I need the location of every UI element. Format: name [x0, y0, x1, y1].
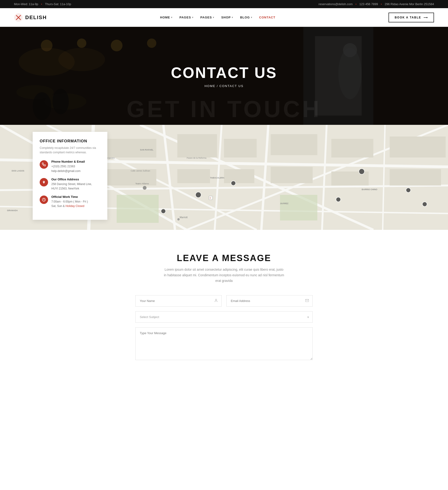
address-info-item: Our Office Address 258 Dancing Street, M… — [40, 178, 100, 191]
message-title: LEAVE A MESSAGE — [14, 253, 434, 263]
email-field-wrapper — [226, 295, 313, 306]
svg-rect-40 — [224, 169, 254, 183]
top-bar-contact: reservations@delish.com ● 123 456 7899 ●… — [318, 2, 434, 6]
svg-rect-48 — [280, 195, 317, 220]
contact-form: Select Subject General Inquiry Reservati… — [135, 295, 313, 361]
schedule-1: Mon-Wed: 11a-9p — [14, 2, 38, 6]
top-bar: Mon-Wed: 11a-9p ● Thurs-Sat: 11a-10p res… — [0, 0, 448, 8]
person-icon — [214, 299, 218, 303]
nav-pages-2[interactable]: PAGES ▾ — [201, 16, 214, 19]
svg-rect-46 — [390, 169, 441, 185]
phone-email: help-delish@gmail.com — [51, 169, 80, 173]
phone-content: Phone Number & Email +(310) 2591 21563 h… — [51, 160, 85, 173]
svg-rect-42 — [271, 167, 313, 183]
clock-icon — [40, 195, 48, 204]
svg-text:DOS LAGOS: DOS LAGOS — [12, 170, 24, 172]
top-bar-schedule: Mon-Wed: 11a-9p ● Thurs-Sat: 11a-10p — [14, 2, 71, 6]
nav-home[interactable]: HOME ▾ — [160, 16, 172, 19]
hero-title: CONTACT US — [171, 64, 277, 81]
svg-point-66 — [143, 186, 147, 190]
svg-rect-37 — [177, 134, 217, 158]
subject-field-wrapper: Select Subject General Inquiry Reservati… — [135, 311, 313, 323]
svg-text:Marriott: Marriott — [180, 216, 188, 219]
breadcrumb-home: HOME — [204, 84, 215, 88]
svg-text:Paseo de la Reforma: Paseo de la Reforma — [187, 157, 207, 159]
logo-text: DELISH — [25, 15, 47, 20]
svg-point-62 — [359, 169, 364, 174]
nav-blog-arrow: ▾ — [251, 16, 252, 19]
logo-icon — [14, 13, 23, 22]
schedule-2: Thurs-Sat: 11a-10p — [45, 2, 71, 6]
svg-point-60 — [336, 197, 341, 202]
form-row-1 — [135, 295, 313, 306]
nav-shop[interactable]: SHOP ▾ — [221, 16, 233, 19]
email-input[interactable] — [226, 295, 313, 306]
svg-rect-45 — [390, 137, 446, 158]
location-icon — [40, 178, 48, 186]
svg-text:+: + — [210, 197, 211, 199]
name-input[interactable] — [135, 295, 222, 306]
message-section: LEAVE A MESSAGE Lorem ipsum dolor sit am… — [0, 230, 448, 380]
nav-pages2-arrow: ▾ — [213, 16, 214, 19]
top-address: 296 Ridao Avenie Mor Berlin 251584 — [385, 2, 434, 6]
book-table-button[interactable]: BOOK A TABLE ⟶ — [388, 13, 434, 22]
nav-blog[interactable]: BLOG ▾ — [240, 16, 252, 19]
map-section: Av. Insurgentes Calle James Sullivan Pas… — [0, 125, 448, 230]
phone-icon — [40, 160, 48, 169]
header: DELISH HOME ▾ PAGES ▾ PAGES ▾ SHOP ▾ BLO… — [0, 8, 448, 27]
top-email: reservations@delish.com — [318, 2, 352, 6]
address-value: 258 Dancing Street, Miland Line,HUYI 215… — [51, 182, 92, 191]
svg-text:Teatro Aldama: Teatro Aldama — [135, 183, 149, 185]
svg-text:JUÁREZ: JUÁREZ — [280, 202, 289, 205]
svg-rect-39 — [224, 139, 257, 158]
hours-info-item: Official Work Time 7:00am - 6:00pm ( Mon… — [40, 195, 100, 208]
phone-info-item: Phone Number & Email +(310) 2591 21563 h… — [40, 160, 100, 173]
message-header: LEAVE A MESSAGE Lorem ipsum dolor sit am… — [14, 253, 434, 283]
hours-weekend: Sat, Sun & — [51, 204, 66, 208]
message-textarea[interactable] — [135, 327, 313, 360]
name-field-wrapper — [135, 295, 222, 306]
dot-3: ● — [381, 3, 382, 5]
svg-point-61 — [161, 209, 166, 213]
address-content: Our Office Address 258 Dancing Street, M… — [51, 178, 92, 191]
phone-number: +(310) 2591 21563 — [51, 165, 75, 168]
hours-content: Official Work Time 7:00am - 6:00pm ( Mon… — [51, 195, 88, 208]
svg-text:Calle James Sullivan: Calle James Sullivan — [131, 170, 150, 172]
office-info-card: OFFICE INFORMATION Completely recapitula… — [33, 132, 107, 220]
hours-label: Official Work Time — [51, 195, 88, 199]
svg-text:GRANADA: GRANADA — [7, 209, 18, 212]
svg-point-71 — [177, 218, 180, 220]
hero-bg-text: GET IN TOUCH — [127, 96, 322, 122]
phone-value: +(310) 2591 21563 help-delish@gmail.com — [51, 164, 85, 173]
hours-weekday: 7:00am - 6:00pm ( Mon - Fri ) — [51, 200, 88, 203]
subject-select[interactable]: Select Subject General Inquiry Reservati… — [135, 311, 313, 323]
svg-point-59 — [231, 181, 236, 185]
breadcrumb-sep: / — [217, 84, 219, 88]
office-card-title: OFFICE INFORMATION — [40, 139, 100, 143]
hero-section: CONTACT US HOME / CONTACT US GET IN TOUC… — [0, 27, 448, 125]
chevron-down-icon: ▾ — [307, 315, 309, 319]
nav-contact[interactable]: CONTACT — [259, 16, 276, 19]
nav-home-arrow: ▾ — [171, 16, 172, 19]
message-desc: Lorem ipsum dolor sit amet consectetur a… — [163, 267, 285, 283]
hours-value: 7:00am - 6:00pm ( Mon - Fri ) Sat, Sun &… — [51, 200, 88, 208]
address-label: Our Office Address — [51, 178, 92, 181]
nav-pages-1[interactable]: PAGES ▾ — [179, 16, 193, 19]
svg-text:SAN RAFAEL: SAN RAFAEL — [140, 149, 154, 151]
svg-rect-38 — [177, 169, 210, 183]
svg-rect-43 — [331, 139, 373, 158]
svg-rect-41 — [271, 134, 317, 155]
office-card-desc: Completely recapitulate 24/7 communities… — [40, 146, 100, 155]
email-icon — [305, 299, 309, 303]
svg-point-58 — [195, 192, 201, 198]
svg-point-73 — [215, 299, 217, 300]
logo[interactable]: DELISH — [14, 13, 47, 22]
hours-holiday: Holiday Closed — [66, 204, 84, 208]
main-nav: HOME ▾ PAGES ▾ PAGES ▾ SHOP ▾ BLOG ▾ CON… — [160, 16, 275, 19]
svg-text:TABACALERA: TABACALERA — [210, 177, 224, 179]
svg-rect-47 — [117, 195, 159, 223]
nav-pages1-arrow: ▾ — [192, 16, 193, 19]
dot-1: ● — [41, 3, 42, 5]
hero-breadcrumb: HOME / CONTACT US — [204, 84, 243, 88]
top-phone: 123 456 7899 — [359, 2, 378, 6]
